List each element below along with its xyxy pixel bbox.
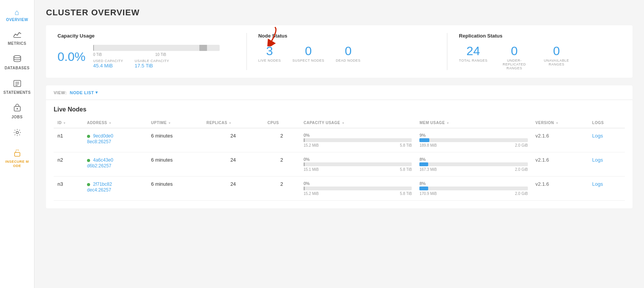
mem-total-0: 2.0 GiB	[515, 143, 527, 147]
cell-uptime-0: 6 minutes	[147, 128, 202, 152]
mem-bar-0	[419, 138, 527, 142]
sidebar-item-overview[interactable]: ⌂ OVERVIEW	[0, 4, 34, 26]
sidebar-item-label: DATABASES	[5, 66, 30, 70]
capacity-pct-1: 0%	[304, 157, 412, 162]
capacity-bar-area: 0 TiB 10 TiB USED CAPACITY 45.4 MiB USAB…	[93, 45, 220, 69]
under-replicated-label: UNDER-REPLICATED RANGES	[499, 59, 530, 70]
sidebar-item-statements[interactable]: STATEMENTS	[0, 75, 34, 99]
capacity-bar-fill-2	[304, 187, 305, 190]
summary-card: Capacity Usage 0.0% 0 TiB 10 TiB	[46, 25, 632, 78]
cell-version-0: v2.1.6	[532, 128, 588, 152]
node-address-0[interactable]: 9ecd0de08ec8:26257	[87, 133, 113, 144]
status-dot-0	[87, 135, 90, 138]
capacity-ticks: 0 TiB 10 TiB	[93, 52, 220, 57]
svg-point-1	[14, 56, 21, 58]
sidebar-item-label: STATEMENTS	[3, 90, 31, 95]
divider-1	[246, 33, 247, 70]
cell-capacity-1: 0% 15.1 MiB 5.8 TiB	[300, 152, 416, 177]
capacity-pct-2: 0%	[304, 181, 412, 186]
main-content: CLUSTER OVERVIEW Capacity Usage 0.0% 0 T…	[34, 0, 644, 288]
sidebar-item-settings[interactable]	[0, 124, 34, 144]
table-row: n1 9ecd0de08ec8:26257 6 minutes 24 2 0% …	[54, 128, 625, 152]
nodes-table: ID ▾ ADDRESS ▾ UPTIME ▾ REPLICAS ▾ CPUS …	[54, 118, 625, 201]
capacity-total-0: 5.8 TiB	[400, 143, 412, 147]
view-label: VIEW:	[54, 90, 67, 95]
capacity-total-1: 5.8 TiB	[400, 167, 412, 172]
capacity-bar-marker	[199, 45, 207, 51]
usable-capacity-label: USABLE CAPACITY 17.5 TiB	[135, 59, 169, 69]
sort-icon-id: ▾	[64, 121, 66, 125]
live-nodes-stat: 3 LIVE NODES	[258, 45, 281, 62]
under-replicated-count: 0	[511, 45, 518, 57]
mem-pct-2: 8%	[419, 181, 527, 186]
col-cpus[interactable]: CPUS	[264, 118, 300, 128]
capacity-labels: USED CAPACITY 45.4 MiB USABLE CAPACITY 1…	[93, 59, 220, 69]
cell-id-2: n3	[54, 177, 83, 201]
cell-mem-2: 8% 170.9 MiB 2.0 GiB	[416, 177, 531, 201]
sidebar-item-insecure[interactable]: INSECURE MODE	[0, 144, 34, 173]
mem-bar-fill-1	[419, 162, 428, 166]
sidebar: ⌂ OVERVIEW METRICS DATABASES	[0, 0, 34, 288]
total-ranges-count: 24	[467, 45, 480, 57]
replication-status-section: Replication Status 24 TOTAL RANGES 0 UND…	[459, 33, 621, 70]
col-mem-usage[interactable]: MEM USAGE ▾	[416, 118, 531, 128]
capacity-percent: 0.0%	[58, 50, 85, 64]
capacity-bar-0	[304, 138, 412, 142]
cell-cpus-0: 2	[264, 128, 300, 152]
logs-link-0[interactable]: Logs	[592, 133, 603, 139]
sidebar-item-jobs[interactable]: JOBS	[0, 99, 34, 124]
node-address-2[interactable]: 2f71bc82dec4:26257	[87, 182, 112, 193]
statements-icon	[13, 79, 21, 89]
sort-icon-uptime: ▾	[169, 121, 171, 125]
logs-link-1[interactable]: Logs	[592, 157, 603, 163]
cell-uptime-1: 6 minutes	[147, 152, 202, 177]
capacity-used-1: 15.1 MiB	[304, 167, 319, 172]
sidebar-item-metrics[interactable]: METRICS	[0, 26, 34, 50]
mem-bar-2	[419, 187, 527, 190]
cell-cpus-2: 2	[264, 177, 300, 201]
table-body: n1 9ecd0de08ec8:26257 6 minutes 24 2 0% …	[54, 128, 625, 201]
view-selector-bar: VIEW: NODE LIST ▾	[46, 85, 632, 100]
mem-used-2: 170.9 MiB	[419, 191, 437, 196]
cell-uptime-2: 6 minutes	[147, 177, 202, 201]
status-dot-2	[87, 183, 90, 186]
cell-address-1: 4a6c43e0d6b2:26257	[83, 152, 147, 177]
capacity-bar-fill-0	[304, 138, 305, 142]
col-capacity-usage[interactable]: CAPACITY USAGE ▾	[300, 118, 416, 128]
lock-icon	[13, 149, 21, 158]
live-nodes-title: Live Nodes	[54, 100, 625, 118]
cell-address-0: 9ecd0de08ec8:26257	[83, 128, 147, 152]
used-capacity-label: USED CAPACITY 45.4 MiB	[93, 59, 123, 69]
cell-version-2: v2.1.6	[532, 177, 588, 201]
col-uptime[interactable]: UPTIME ▾	[147, 118, 202, 128]
sort-icon-mem: ▾	[447, 121, 449, 125]
cell-mem-0: 9% 189.8 MiB 2.0 GiB	[416, 128, 531, 152]
view-current: NODE LIST	[70, 90, 94, 95]
capacity-usage-title: Capacity Usage	[58, 33, 220, 39]
col-id[interactable]: ID ▾	[54, 118, 83, 128]
cell-id-1: n2	[54, 152, 83, 177]
suspect-nodes-stat: 0 SUSPECT NODES	[292, 45, 324, 62]
sidebar-item-label: METRICS	[8, 41, 26, 46]
capacity-total-2: 5.8 TiB	[400, 191, 412, 196]
cell-logs-2: Logs	[588, 177, 625, 201]
cell-replicas-2: 24	[202, 177, 263, 201]
tick-left: 0 TiB	[93, 52, 102, 57]
mem-pct-0: 9%	[419, 133, 527, 137]
logs-link-2[interactable]: Logs	[592, 181, 603, 187]
table-row: n3 2f71bc82dec4:26257 6 minutes 24 2 0% …	[54, 177, 625, 201]
sort-icon-replicas: ▾	[229, 121, 231, 125]
capacity-usage-section: Capacity Usage 0.0% 0 TiB 10 TiB	[58, 33, 235, 69]
under-replicated-stat: 0 UNDER-REPLICATED RANGES	[499, 45, 530, 70]
view-selector-button[interactable]: NODE LIST ▾	[70, 90, 98, 95]
cell-logs-0: Logs	[588, 128, 625, 152]
total-ranges-stat: 24 TOTAL RANGES	[459, 45, 487, 62]
col-address[interactable]: ADDRESS ▾	[83, 118, 147, 128]
metrics-icon	[13, 31, 21, 40]
node-address-1[interactable]: 4a6c43e0d6b2:26257	[87, 157, 113, 169]
col-replicas[interactable]: REPLICAS ▾	[202, 118, 263, 128]
capacity-bar-1	[304, 162, 412, 166]
col-version[interactable]: VERSION ▾	[532, 118, 588, 128]
node-status-title: Node Status	[258, 33, 421, 39]
sidebar-item-databases[interactable]: DATABASES	[0, 50, 34, 75]
